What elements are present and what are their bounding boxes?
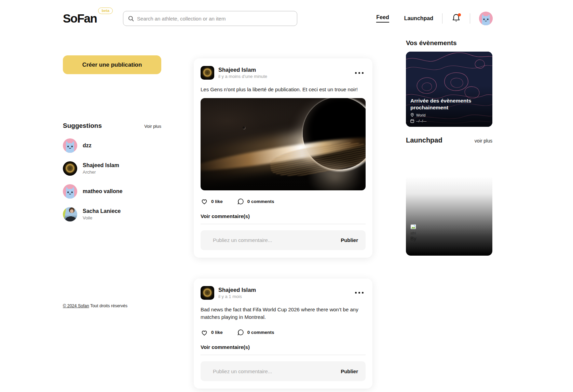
suggestions-section: Suggestions Voir plus [63,122,161,221]
user-avatar[interactable] [479,12,493,25]
app-screen: SoFan beta Feed Launchpad [0,0,573,392]
post-text: Bad news the fact that Fifa World Cup 20… [201,306,366,321]
post-card: Shajeed Islam il y a moins d’une minute … [194,58,372,258]
post-author-name[interactable]: Shajeed Islam [218,287,256,293]
left-sidebar: Créer une publication Suggestions Voir p… [63,55,161,308]
nav-divider [442,13,442,24]
event-title: Arrivée des évènements prochainement [410,97,488,111]
comment-bubble-icon [237,198,244,205]
ellipsis-icon [355,292,357,294]
publish-button[interactable]: Publier [341,237,358,243]
launchpad-card[interactable]: athl By [406,149,492,256]
comment-input[interactable] [213,368,336,374]
right-sidebar: Vos évènements [406,39,492,256]
copyright-link[interactable]: © 2024 Sofan [63,303,89,308]
nav-launchpad[interactable]: Launchpad [404,15,433,22]
broken-image-icon [410,224,417,230]
calendar-icon [410,119,414,123]
search-bar [123,11,297,26]
header-nav: Feed Launchpad [376,12,493,25]
suggestions-title: Suggestions [63,122,102,130]
post-menu-button[interactable] [353,290,366,296]
heart-icon [201,198,208,205]
create-post-button[interactable]: Créer une publication [63,55,161,74]
event-date: --/--/--- [416,119,426,123]
beta-badge: beta [98,8,113,14]
comment-bubble-icon [237,329,244,336]
broken-image-alt-text: athl [410,231,419,234]
search-input[interactable] [137,16,292,22]
suggestions-list: dzz Shajeed Islam Archer [63,138,161,221]
comments-button[interactable]: 0 comments [237,329,274,336]
post-timestamp: il y a 1 mois [218,294,256,299]
divider [201,224,366,224]
post-menu-button[interactable] [353,70,366,76]
comment-box: Publier [201,230,366,250]
post-author-avatar[interactable] [201,286,214,300]
like-button[interactable]: 0 like [201,198,223,205]
comment-box: Publier [201,361,366,381]
gold-coin-avatar [63,161,77,176]
app-header: SoFan beta Feed Launchpad [0,0,573,30]
blue-cat-avatar [63,138,77,153]
events-title: Vos évènements [406,39,492,47]
view-comments-link[interactable]: Voir commentaire(s) [201,213,366,219]
photo-avatar [63,207,77,221]
post-text: Les Gens n'ont plus la liberté de public… [201,86,366,93]
feed: Shajeed Islam il y a moins d’une minute … [194,58,372,389]
notification-dot [458,13,461,16]
nav-divider [470,13,470,24]
suggestion-user-sacha[interactable]: Sacha Laniece Voile [63,207,161,221]
event-location: World [416,113,425,117]
notifications-button[interactable] [451,13,461,24]
logo-wrap: SoFan beta [63,12,111,25]
suggestion-user-shajeed[interactable]: Shajeed Islam Archer [63,161,161,176]
comments-button[interactable]: 0 comments [237,198,274,205]
heart-icon [201,329,208,336]
suggestion-user-dzz[interactable]: dzz [63,138,161,153]
view-comments-link[interactable]: Voir commentaire(s) [201,344,366,350]
launchpad-see-more[interactable]: voir plus [475,138,492,144]
footer: © 2024 Sofan Tout droits réservés [63,303,161,308]
nav-feed[interactable]: Feed [376,14,389,23]
search-icon [128,16,134,22]
post-author-avatar[interactable] [201,66,214,80]
like-button[interactable]: 0 like [201,329,223,336]
suggestion-user-matheo[interactable]: matheo vallone [63,184,161,199]
rights-text: Tout droits réservés [90,303,127,308]
suggestions-see-more[interactable]: Voir plus [144,124,161,129]
blue-cat-avatar-icon [479,12,493,25]
post-card: Shajeed Islam il y a 1 mois Bad news the… [194,279,372,389]
ellipsis-icon [355,72,357,74]
post-timestamp: il y a moins d’une minute [218,74,267,79]
publish-button[interactable]: Publier [341,368,358,374]
launchpad-byline: By [410,235,419,241]
comment-input[interactable] [213,237,336,243]
app-logo[interactable]: SoFan [63,12,97,25]
divider [201,355,366,355]
event-card[interactable]: Arrivée des évènements prochainement Wor… [406,52,492,127]
location-pin-icon [410,113,414,117]
blue-cat-icon [63,138,77,153]
blue-cat-icon [63,184,77,199]
blue-cat-avatar [63,184,77,199]
main-content: Créer une publication Suggestions Voir p… [63,30,573,389]
launchpad-title: Launchpad [406,136,442,144]
post-image-black-hole [201,98,366,190]
post-author-name[interactable]: Shajeed Islam [218,67,267,73]
